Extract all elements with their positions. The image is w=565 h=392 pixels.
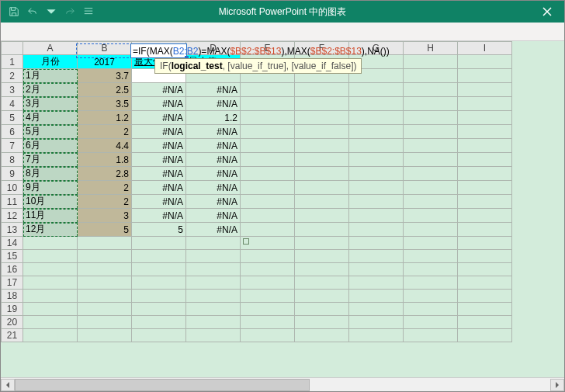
cell[interactable] [349,316,404,329]
cell-month[interactable]: 2月 [23,83,78,97]
cell[interactable] [295,97,349,111]
cell[interactable] [295,111,349,125]
cell[interactable] [295,153,349,167]
cell[interactable] [132,303,186,316]
cell[interactable] [404,250,458,263]
cell[interactable] [23,329,78,342]
cell[interactable] [349,125,404,139]
formula-inline-editor[interactable]: =IF(MAX(B2:B2)=MAX($B$2:$B$13),MAX($B$2:… [133,44,390,58]
row-header-20[interactable]: 20 [2,316,23,329]
cell[interactable] [458,237,512,250]
row-header-4[interactable]: 4 [2,97,23,111]
cell[interactable] [132,237,186,250]
cell[interactable] [458,316,512,329]
cell[interactable] [295,223,349,237]
row-header-2[interactable]: 2 [2,69,23,83]
cell[interactable] [132,250,186,263]
undo-icon[interactable] [24,3,41,20]
cell[interactable] [349,329,404,342]
cell[interactable] [458,97,512,111]
cell[interactable] [78,250,132,263]
cell[interactable] [458,303,512,316]
cell[interactable] [458,139,512,153]
cell[interactable] [458,181,512,195]
cell[interactable] [349,167,404,181]
cell-month[interactable]: 9月 [23,181,78,195]
cell-value[interactable]: 2 [78,181,132,195]
cell[interactable] [458,83,512,97]
cell-max[interactable]: #N/A [132,125,186,139]
cell[interactable] [78,276,132,290]
cell[interactable] [186,250,241,263]
scroll-left-button[interactable] [1,379,15,391]
cell[interactable] [458,223,512,237]
cell[interactable] [404,276,458,290]
cell[interactable] [23,316,78,329]
cell[interactable] [295,167,349,181]
cell[interactable] [295,195,349,209]
row-header-3[interactable]: 3 [2,83,23,97]
cell-value[interactable]: 2 [78,195,132,209]
cell[interactable] [78,263,132,276]
cell[interactable] [349,97,404,111]
cell[interactable] [295,181,349,195]
cell[interactable] [349,237,404,250]
cell[interactable] [241,181,295,195]
cell[interactable] [295,316,349,329]
cell[interactable] [349,263,404,276]
cell[interactable] [349,153,404,167]
cell[interactable] [241,250,295,263]
cell-min[interactable]: #N/A [186,223,241,237]
cell[interactable] [404,167,458,181]
cell[interactable] [458,167,512,181]
cell[interactable] [404,55,458,69]
cell[interactable] [295,139,349,153]
cell[interactable] [404,209,458,223]
cell[interactable] [458,209,512,223]
cell[interactable] [186,316,241,329]
cell-min[interactable]: #N/A [186,83,241,97]
cell[interactable] [404,139,458,153]
column-header-H[interactable]: H [404,42,458,55]
cell[interactable] [404,303,458,316]
row-header-17[interactable]: 17 [2,276,23,290]
cell[interactable] [404,329,458,342]
cell[interactable] [241,209,295,223]
cell[interactable] [241,223,295,237]
scroll-right-button[interactable] [550,379,564,391]
cell-month[interactable]: 10月 [23,195,78,209]
cell[interactable] [404,83,458,97]
cell[interactable] [349,181,404,195]
cell-value[interactable]: 5 [78,223,132,237]
cell[interactable] [295,237,349,250]
cell[interactable] [186,329,241,342]
cell[interactable] [349,83,404,97]
cell-min[interactable]: #N/A [186,167,241,181]
cell[interactable] [132,263,186,276]
cell-max[interactable]: #N/A [132,153,186,167]
cell[interactable] [186,263,241,276]
cell-value[interactable]: 3 [78,209,132,223]
row-header-5[interactable]: 5 [2,111,23,125]
row-header-19[interactable]: 19 [2,303,23,316]
cell[interactable] [241,139,295,153]
cell-max[interactable]: #N/A [132,139,186,153]
cell-month[interactable]: 8月 [23,167,78,181]
cell[interactable] [132,276,186,290]
cell[interactable] [241,167,295,181]
grid[interactable]: ABCDEFGHI1月份2017最大值最小值21月3.732月2.5#N/A#N… [1,41,512,342]
cell[interactable] [349,290,404,303]
cell[interactable] [241,111,295,125]
cell[interactable] [241,316,295,329]
cell[interactable] [404,195,458,209]
cell[interactable] [349,276,404,290]
cell[interactable] [23,237,78,250]
cell-value[interactable]: 3.5 [78,97,132,111]
row-header-1[interactable]: 1 [2,55,23,69]
cell-max[interactable]: #N/A [132,181,186,195]
cell-value[interactable]: 4.4 [78,139,132,153]
cell-month[interactable]: 12月 [23,223,78,237]
row-header-15[interactable]: 15 [2,250,23,263]
cell[interactable] [132,329,186,342]
cell-value[interactable]: 2 [78,125,132,139]
